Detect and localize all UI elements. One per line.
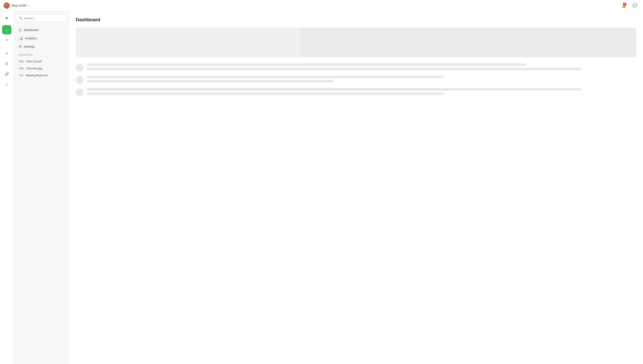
heart-icon: ♥ <box>5 16 8 21</box>
skeleton-line <box>87 63 526 66</box>
skeleton-list <box>76 63 636 96</box>
app-body: ♥ ⌂ + ↺ ⚙ 🔗 {-} <box>0 11 643 364</box>
user-name: Elisa Smith <box>12 4 26 7</box>
skeleton-avatar-3 <box>76 88 83 96</box>
chat-icon: 💬 <box>632 3 637 8</box>
gear-icon: ⚙ <box>5 62 9 66</box>
sidebar-item-settings[interactable]: ⚙ Settings <box>16 42 66 50</box>
file-name-task-list: Task List.pdf <box>26 60 42 63</box>
code-icon: {-} <box>5 83 8 86</box>
file-type-badge-txt: TXT <box>19 74 24 77</box>
skeleton-line <box>87 76 444 78</box>
skeleton-line <box>87 92 444 95</box>
settings-icon: ⚙ <box>19 44 22 48</box>
recent-files-label: Recent Files <box>16 51 66 58</box>
search-input[interactable] <box>24 16 63 20</box>
avatar-image <box>4 2 10 9</box>
skeleton-banner-right <box>300 28 636 58</box>
analytics-icon: 📊 <box>19 36 23 40</box>
skeleton-row-2 <box>76 76 636 84</box>
add-button[interactable]: + <box>2 35 12 45</box>
plus-icon: + <box>6 38 8 42</box>
link-button[interactable]: 🔗 <box>2 69 12 79</box>
sidebar-item-analytics-label: Analytics <box>25 36 37 40</box>
skeleton-line <box>87 80 334 82</box>
skeleton-row-1 <box>76 63 636 72</box>
page-title: Dashboard <box>76 17 636 22</box>
file-item-task-list[interactable]: PDF Task List.pdf <box>16 58 66 65</box>
avatar <box>4 2 10 9</box>
file-item-unknown-jpg[interactable]: JPG Unknown.jpg <box>16 65 66 72</box>
skeleton-row-3 <box>76 88 636 96</box>
gear-button[interactable]: ⚙ <box>2 59 12 68</box>
chat-button[interactable]: 💬 <box>631 2 639 9</box>
file-item-meeting-notes[interactable]: TXT Meeting Notes.txt <box>16 72 66 79</box>
search-icon: 🔍 <box>19 16 23 20</box>
brand-logo: ♥ <box>3 14 11 22</box>
skeleton-lines-1 <box>87 63 636 70</box>
file-name-unknown-jpg: Unknown.jpg <box>26 67 42 70</box>
chevron-down-icon: ▾ <box>28 4 29 7</box>
link-icon: 🔗 <box>5 72 9 76</box>
skeleton-banner <box>76 28 636 58</box>
skeleton-avatar-1 <box>76 64 83 72</box>
home-button[interactable]: ⌂ <box>2 25 12 34</box>
sidebar-item-analytics[interactable]: 📊 Analytics <box>16 34 66 42</box>
home-icon: ⌂ <box>6 28 8 32</box>
sidebar-item-dashboard-label: Dashboard <box>24 28 39 32</box>
main-content: Dashboard <box>69 11 643 364</box>
icon-sidebar: ♥ ⌂ + ↺ ⚙ 🔗 {-} <box>0 11 14 364</box>
refresh-icon: ↺ <box>5 51 8 56</box>
sidebar-item-dashboard[interactable]: ◎ Dashboard <box>16 26 66 34</box>
file-type-badge-jpg: JPG <box>19 67 24 70</box>
dashboard-icon: ◎ <box>19 28 22 32</box>
skeleton-lines-2 <box>87 76 636 82</box>
header-right: 🔔 1 💬 <box>620 2 639 9</box>
skeleton-avatar-2 <box>76 76 83 84</box>
notification-badge: 1 <box>623 2 626 6</box>
header-left: Elisa Smith ▾ <box>4 2 29 9</box>
user-info[interactable]: Elisa Smith ▾ <box>4 2 29 9</box>
file-type-badge-pdf: PDF <box>19 60 24 63</box>
notifications-button[interactable]: 🔔 1 <box>620 2 628 9</box>
file-name-meeting-notes: Meeting Notes.txt <box>26 74 48 77</box>
refresh-button[interactable]: ↺ <box>2 49 12 58</box>
search-box[interactable]: 🔍 <box>16 14 66 22</box>
sidebar-item-settings-label: Settings <box>24 45 35 48</box>
skeleton-line <box>87 88 581 90</box>
code-button[interactable]: {-} <box>2 80 12 89</box>
skeleton-banner-left <box>76 28 300 58</box>
skeleton-lines-3 <box>87 88 636 95</box>
main-sidebar: 🔍 ◎ Dashboard 📊 Analytics ⚙ Settings Rec… <box>14 11 69 364</box>
top-bar: Elisa Smith ▾ 🔔 1 💬 <box>0 0 643 11</box>
skeleton-line <box>87 68 581 70</box>
